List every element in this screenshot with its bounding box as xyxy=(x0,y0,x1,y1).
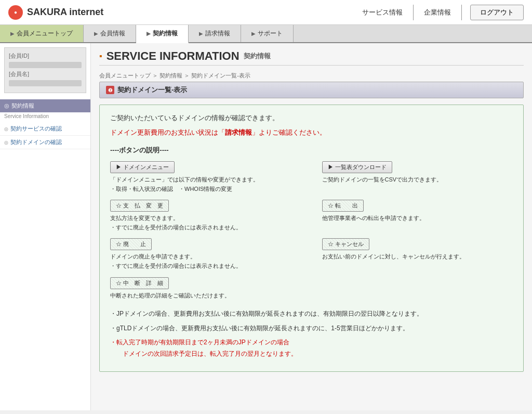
btn-cancel-desc: お支払い前のドメインに対し、キャンセルが行えます。 xyxy=(322,252,513,262)
note-0: ・JPドメインの場合、更新費用お支払い後に有効期限が延長されますのは、有効期限日… xyxy=(110,308,513,320)
info-box: ご契約いただいているドメインの情報が確認できます。 ドメイン更新費用のお支払い状… xyxy=(99,105,524,372)
page-title: ▪ SERVICE INFORMATION 契約情報 xyxy=(99,49,271,63)
sidebar-section: ◎ 契約情報 Service Information ◎ 契約サービスの確認 ◎… xyxy=(0,99,90,149)
sidebar-section-title: ◎ 契約情報 xyxy=(0,99,90,112)
btn-list-download[interactable]: ▶ 一覧表ダウンロード xyxy=(322,161,392,173)
tab-arrow-2: ▶ xyxy=(147,31,151,36)
tab-contract-info[interactable]: ▶ 契約情報 xyxy=(136,25,189,43)
button-section-1: ▶ 一覧表ダウンロード ご契約ドメインの一覧をCSVで出力できます。 xyxy=(322,161,513,193)
tab-billing-info[interactable]: ▶ 請求情報 xyxy=(189,25,241,42)
tab-member-menu-top[interactable]: ▶ 会員メニュートップ xyxy=(0,25,84,42)
header-nav: サービス情報 企業情報 ログアウト xyxy=(352,5,524,20)
note-2: ・転入完了時期が有効期限日まで2ヶ月未満のJPドメインの場合 ドメインの次回請求… xyxy=(110,337,513,359)
section-header-icon: ❷ xyxy=(106,86,114,94)
sidebar-section-icon: ◎ xyxy=(4,102,9,109)
header: ● SAKURA internet サービス情報 企業情報 ログアウト xyxy=(0,0,532,25)
btn-list-download-desc: ご契約ドメインの一覧をCSVで出力できます。 xyxy=(322,175,513,185)
page-header: ▪ SERVICE INFORMATION 契約情報 xyxy=(99,43,524,66)
button-grid: ▶ ドメインメニュー 「ドメインメニュー」では以下の情報や変更ができます。・取得… xyxy=(110,161,513,300)
nav-company-info[interactable]: 企業情報 xyxy=(414,5,462,20)
nav-service-info[interactable]: サービス情報 xyxy=(352,5,414,20)
btn-suspend-detail[interactable]: ☆ 中 断 詳 細 xyxy=(110,277,169,289)
main-layout: [会員ID] [会員名] ◎ 契約情報 Service Information … xyxy=(0,43,532,410)
bullet-icon-0: ◎ xyxy=(4,126,8,132)
user-box: [会員ID] [会員名] xyxy=(4,47,86,93)
note-1: ・gTLDドメインの場合、更新費用お支払い後に有効期限が延長されますのに、1-5… xyxy=(110,323,513,334)
tab-arrow-1: ▶ xyxy=(94,31,98,36)
btn-abolish[interactable]: ☆ 廃 止 xyxy=(110,238,152,250)
button-section-empty xyxy=(322,277,513,301)
logout-button[interactable]: ログアウト xyxy=(470,5,524,20)
tab-member-info[interactable]: ▶ 会員情報 xyxy=(84,25,136,42)
btn-payment-change-desc: 支払方法を変更できます。・すでに廃止を受付済の場合には表示されません。 xyxy=(110,214,301,232)
btn-domain-menu-desc: 「ドメインメニュー」では以下の情報や変更ができます。・取得・転入状況の確認 ・W… xyxy=(110,175,301,193)
btn-payment-change[interactable]: ☆ 支 払 変 更 xyxy=(110,200,169,212)
member-id-label: [会員ID] xyxy=(9,52,82,60)
sidebar-section-subtitle: Service Information xyxy=(0,112,90,122)
btn-transfer-out-desc: 他管理事業者への転出を申請できます。 xyxy=(322,214,513,223)
button-section-6: ☆ 中 断 詳 細 中断された処理の詳細をご確認いただけます。 xyxy=(110,277,301,301)
member-id-value xyxy=(9,62,82,68)
tab-arrow-0: ▶ xyxy=(10,31,15,36)
logo: ● SAKURA internet xyxy=(8,5,103,20)
button-section-4: ☆ 廃 止 ドメインの廃止を申請できます。・すでに廃止を受付済の場合には表示され… xyxy=(110,238,301,270)
btn-domain-menu[interactable]: ▶ ドメインメニュー xyxy=(110,161,175,173)
btn-abolish-desc: ドメインの廃止を申請できます。・すでに廃止を受付済の場合には表示されません。 xyxy=(110,252,301,270)
bullet-icon-1: ◎ xyxy=(4,140,8,145)
tab-nav: ▶ 会員メニュートップ ▶ 会員情報 ▶ 契約情報 ▶ 請求情報 ▶ サポート xyxy=(0,25,532,43)
button-section-2: ☆ 支 払 変 更 支払方法を変更できます。・すでに廃止を受付済の場合には表示さ… xyxy=(110,200,301,232)
section-header-title: 契約ドメイン一覧-表示 xyxy=(117,85,187,95)
button-section-5: ☆ キャンセル お支払い前のドメインに対し、キャンセルが行えます。 xyxy=(322,238,513,270)
warning-link[interactable]: 請求情報 xyxy=(225,128,252,136)
btn-cancel[interactable]: ☆ キャンセル xyxy=(322,238,369,250)
section-header: ❷ 契約ドメイン一覧-表示 xyxy=(99,82,524,98)
logo-icon: ● xyxy=(8,5,23,20)
tab-arrow-3: ▶ xyxy=(199,31,203,36)
info-intro: ご契約いただいているドメインの情報が確認できます。 xyxy=(110,113,513,123)
btn-transfer-out[interactable]: ☆ 転 出 xyxy=(322,200,364,212)
sidebar-item-contract-services[interactable]: ◎ 契約サービスの確認 xyxy=(0,122,90,136)
member-name-label: [会員名] xyxy=(9,70,82,78)
logo-text: SAKURA internet xyxy=(27,7,103,18)
member-name-value xyxy=(9,80,82,86)
info-warning: ドメイン更新費用のお支払い状況は「請求情報」よりご確認ください。 xyxy=(110,128,513,137)
breadcrumb: 会員メニュートップ ＞ 契約情報 ＞ 契約ドメイン一覧-表示 xyxy=(99,72,524,82)
page-title-icon: ▪ xyxy=(99,51,102,61)
tab-support[interactable]: ▶ サポート xyxy=(241,25,294,42)
notes: ・JPドメインの場合、更新費用お支払い後に有効期限が延長されますのは、有効期限日… xyxy=(110,308,513,359)
tab-arrow-4: ▶ xyxy=(251,31,256,36)
button-desc-title: ----ボタンの説明---- xyxy=(110,146,513,155)
button-section-0: ▶ ドメインメニュー 「ドメインメニュー」では以下の情報や変更ができます。・取得… xyxy=(110,161,301,193)
sidebar: [会員ID] [会員名] ◎ 契約情報 Service Information … xyxy=(0,43,91,410)
main-content: ▪ SERVICE INFORMATION 契約情報 会員メニュートップ ＞ 契… xyxy=(91,43,532,410)
button-section-3: ☆ 転 出 他管理事業者への転出を申請できます。 xyxy=(322,200,513,232)
btn-suspend-detail-desc: 中断された処理の詳細をご確認いただけます。 xyxy=(110,291,301,301)
sidebar-item-contract-domains[interactable]: ◎ 契約ドメインの確認 xyxy=(0,136,90,149)
